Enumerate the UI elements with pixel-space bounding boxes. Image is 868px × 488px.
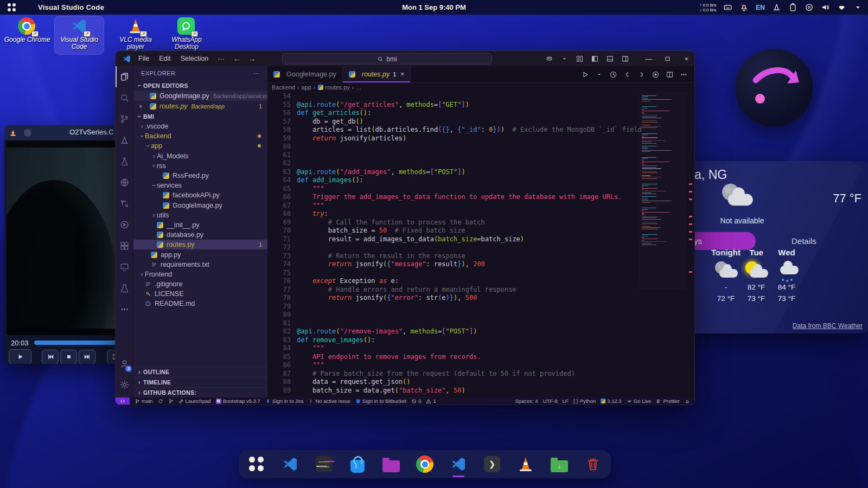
vlc-play-button[interactable] — [9, 349, 31, 364]
tree-item-database.py[interactable]: database.py — [133, 230, 267, 240]
status-language-mode[interactable]: { }Python — [573, 398, 596, 404]
vlc-previous-button[interactable] — [42, 350, 59, 364]
desktop-icon-vscode[interactable]: ↗Visual Studio Code — [54, 16, 104, 55]
tree-item-Ai_Models[interactable]: ›Ai_Models — [133, 151, 267, 161]
code-line-87[interactable]: 87 # Parse batch_size from the request (… — [267, 370, 687, 378]
vlc-next-button[interactable] — [79, 350, 95, 364]
status-notifications[interactable] — [685, 399, 690, 404]
tree-item-routes.py[interactable]: routes.py1 — [133, 240, 267, 249]
status-launchpad[interactable]: Launchpad — [178, 398, 211, 404]
code-line-75[interactable]: 75 — [267, 269, 687, 278]
menu-edit[interactable]: Edit — [154, 55, 176, 62]
menu-file[interactable]: File — [133, 55, 154, 62]
code-line-76[interactable]: 76 except Exception as e: — [267, 277, 687, 286]
dock-software-store[interactable] — [348, 453, 367, 475]
code-line-78[interactable]: 78 return jsonify({"error": str(e)}), 50… — [267, 294, 687, 303]
tab-GoogleImage.py[interactable]: GoogleImage.py — [267, 66, 343, 82]
breadcrumb-item[interactable]: app — [301, 84, 311, 91]
code-editor[interactable]: 5455@api.route("/get_articles", methods=… — [267, 92, 687, 397]
toggle-secondary-sidebar-button[interactable] — [621, 55, 629, 63]
tray-volume-icon[interactable] — [821, 3, 830, 12]
status-indentation[interactable]: Spaces: 4 — [515, 398, 538, 404]
tray-chevron-down-icon[interactable] — [853, 3, 863, 12]
status-prettier[interactable]: Prettier — [656, 398, 680, 404]
code-line-68[interactable]: 68 try: — [267, 210, 687, 219]
section-outline[interactable]: ›OUTLINE — [133, 367, 267, 377]
tray-wifi-icon[interactable] — [837, 3, 846, 12]
status-eol[interactable]: LF — [563, 398, 569, 404]
code-line-65[interactable]: 65 """ — [267, 185, 687, 194]
go-forward-button[interactable] — [637, 70, 646, 79]
activity-extensions[interactable] — [116, 235, 133, 256]
dock-vscode-active[interactable] — [449, 453, 468, 475]
code-line-71[interactable]: 71 result = add_images_to_data(batch_siz… — [267, 235, 687, 244]
code-line-85[interactable]: 85 API endpoint to remove images from re… — [267, 353, 687, 362]
status-git-branch[interactable]: main — [135, 398, 153, 404]
tray-notifications-off-icon[interactable] — [739, 3, 749, 12]
code-line-82[interactable]: 82@api.route("/remove-images", methods=[… — [267, 328, 687, 336]
dock-terminal[interactable]: ❯ — [482, 453, 502, 475]
debug-run-button[interactable] — [652, 70, 660, 79]
status-jira-signin[interactable]: Sign in to Jira — [265, 398, 304, 404]
open-editors-section[interactable]: ›OPEN EDITORS — [133, 80, 267, 91]
activity-testing[interactable] — [116, 278, 133, 299]
code-line-62[interactable]: 62 — [267, 159, 687, 168]
code-line-64[interactable]: 64def add_images(): — [267, 176, 687, 185]
remote-indicator[interactable] — [116, 397, 130, 404]
vlc-window-button[interactable] — [24, 129, 31, 137]
code-line-72[interactable]: 72 — [267, 243, 687, 252]
tree-item-.vscode[interactable]: ›.vscode — [133, 121, 267, 131]
activity-search[interactable] — [116, 87, 133, 108]
tree-item-facebookAPi.py[interactable]: facebookAPi.py — [133, 190, 267, 200]
weather-attribution-link[interactable]: Data from BBC Weather — [793, 322, 863, 330]
status-problems-warnings[interactable]: 1 — [426, 398, 436, 404]
dock-app-grid[interactable] — [247, 453, 266, 475]
status-sync[interactable] — [158, 399, 163, 404]
vlc-stop-button[interactable] — [60, 350, 77, 364]
code-line-86[interactable]: 86 """ — [267, 361, 687, 370]
status-problems-errors[interactable]: 0 — [411, 398, 421, 404]
status-python-version[interactable]: 3.12.3 — [601, 398, 621, 404]
tray-keyboard-icon[interactable] — [723, 3, 732, 12]
status-go-live[interactable]: Go Live — [627, 398, 652, 404]
activity-live-preview[interactable] — [116, 172, 133, 193]
weather-details-tab[interactable]: Details — [792, 236, 816, 246]
go-back-button[interactable] — [623, 70, 631, 79]
minimize-button[interactable]: — — [645, 55, 652, 62]
close-tab-icon[interactable]: × — [400, 70, 404, 78]
code-line-79[interactable]: 79 — [267, 303, 687, 311]
tree-item-requirements.txt[interactable]: requirements.txt — [133, 260, 267, 269]
status-active-issue[interactable]: No active issue — [308, 398, 350, 404]
tree-item-rss[interactable]: ›rss — [133, 161, 267, 171]
desktop-icon-chrome[interactable]: ↗Google Chrome — [2, 16, 52, 55]
activity-remote[interactable] — [116, 193, 133, 214]
minimap[interactable] — [639, 92, 687, 289]
tree-item-RssFeed.py[interactable]: RssFeed.py — [133, 171, 267, 181]
dock-downloads[interactable]: ↓ — [550, 453, 569, 475]
section-timeline[interactable]: ›TIMELINE — [133, 377, 267, 387]
tab-routes.py[interactable]: routes.py1× — [343, 66, 411, 82]
dock-chrome[interactable] — [415, 453, 435, 475]
code-line-70[interactable]: 70 batch_size = 50 # Fixed batch size — [267, 227, 687, 235]
section-githubactions[interactable]: ›GITHUB ACTIONS: — [133, 387, 267, 397]
tree-item-app.py[interactable]: app.py — [133, 249, 267, 259]
code-line-63[interactable]: 63@api.route("/add_images", methods=["PO… — [267, 168, 687, 177]
desktop-icon-whatsapp[interactable]: ↗WhatsApp Desktop — [162, 16, 212, 55]
code-line-67[interactable]: 67 """ — [267, 202, 687, 210]
code-line-73[interactable]: 73 # Return the result in the response — [267, 252, 687, 261]
code-line-57[interactable]: 57 db = get_db() — [267, 118, 687, 126]
code-line-88[interactable]: 88 data = request.get_json() — [267, 378, 687, 387]
code-line-77[interactable]: 77 # Handle errors and return a meaningf… — [267, 286, 687, 294]
code-line-69[interactable]: 69 # Call the function to process the ba… — [267, 219, 687, 227]
activity-flask[interactable] — [116, 151, 133, 172]
tree-item-services[interactable]: ›services — [133, 181, 267, 190]
close-button[interactable]: × — [683, 55, 690, 62]
copilot-menu-chevron[interactable] — [560, 55, 569, 63]
tree-item-GoogleImage.py[interactable]: GoogleImage.py — [133, 201, 267, 210]
maximize-button[interactable] — [664, 55, 671, 62]
code-line-60[interactable]: 60 — [267, 143, 687, 151]
split-editor-button[interactable] — [666, 70, 674, 79]
activity-source-control[interactable] — [116, 108, 133, 130]
tree-item-Frontend[interactable]: ›Frontend — [133, 269, 267, 279]
code-line-83[interactable]: 83def remove_images(): — [267, 336, 687, 345]
